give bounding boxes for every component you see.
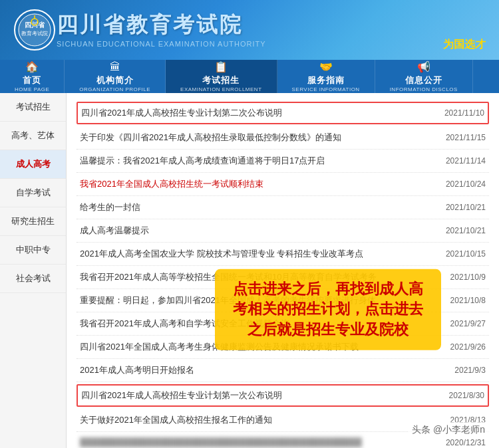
content-area: 四川省2021年成人高校招生专业计划第二次公布说明 2021/11/10 关于印… xyxy=(67,93,499,448)
news-date-0: 2021/11/10 xyxy=(444,108,484,118)
news-title-7: 我省召开2021年成人高等学校招生全国统一考试和10月高等教育自学考试考务 xyxy=(80,271,450,283)
news-title-3: 我省2021年全国成人高校招生统一考试顺利结束 xyxy=(80,178,446,190)
main-nav: 🏠 首页 HOME PAGE 🏛 机构简介 ORGANIZATION PROFI… xyxy=(0,60,499,93)
news-date-1: 2021/11/15 xyxy=(446,133,486,142)
news-title-9: 我省召开2021年成人高考和自学考试安全工作视频会议 xyxy=(80,318,450,330)
news-item-3[interactable]: 我省2021年全国成人高校招生统一考试顺利结束 2021/10/24 xyxy=(77,173,489,196)
news-title-1: 关于印发《四川省2021年成人高校招生录取最低控制分数线》的通知 xyxy=(80,132,446,144)
news-item-2[interactable]: 温馨提示：我省2021年成人高考成绩查询通道将于明日17点开启 2021/11/… xyxy=(77,150,489,173)
home-icon: 🏠 xyxy=(25,60,39,73)
news-date-7: 2021/10/9 xyxy=(450,273,486,282)
news-date-8: 2021/10/8 xyxy=(450,296,486,305)
news-date-9: 2021/9/27 xyxy=(450,319,486,328)
news-item-0[interactable]: 四川省2021年成人高校招生专业计划第二次公布说明 2021/11/10 xyxy=(77,102,489,124)
sidebar-item-yanjiusheng[interactable]: 研究生招生 xyxy=(0,207,66,236)
site-title-en: SICHUAN EDUCATIONAL EXAMINATION AUTHORIT… xyxy=(57,40,266,48)
nav-service[interactable]: 🤝 服务指南 SERVICE INFORMATION xyxy=(277,60,375,93)
nav-exam[interactable]: 📋 考试招生 EXAMINATION ENROLLMENT xyxy=(166,60,277,93)
org-icon: 🏛 xyxy=(110,61,120,73)
watermark: 头条 @小李老师n xyxy=(408,422,489,438)
sidebar: 考试招生 高考、艺体 成人高考 自学考试 研究生招生 中职中专 社会考试 xyxy=(0,93,67,448)
sidebar-item-kaoshi[interactable]: 考试招生 xyxy=(0,93,66,122)
header-titles: 四川省教育考试院 SICHUAN EDUCATIONAL EXAMINATION… xyxy=(57,12,266,47)
header-slogan: 为国选才 xyxy=(443,38,486,52)
news-item-4[interactable]: 给考生的一封信 2021/10/21 xyxy=(77,196,489,219)
svg-text:教育考试院: 教育考试院 xyxy=(21,31,48,37)
header: 四川省 教育考试院 四川省教育考试院 SICHUAN EDUCATIONAL E… xyxy=(0,0,499,60)
news-list: 四川省2021年成人高校招生专业计划第二次公布说明 2021/11/10 关于印… xyxy=(77,102,489,448)
nav-home[interactable]: 🏠 首页 HOME PAGE xyxy=(0,60,65,93)
news-date-3: 2021/10/24 xyxy=(446,179,486,189)
nav-info[interactable]: 📢 信息公开 INFORMATION DISCLOS xyxy=(375,60,473,93)
news-date-10: 2021/9/26 xyxy=(450,342,486,352)
news-title-5: 成人高考温馨提示 xyxy=(80,225,446,237)
news-item-12[interactable]: 四川省2021年成人高校招生专业计划第一次公布说明 2021/8/30 xyxy=(77,384,489,407)
site-title-cn: 四川省教育考试院 xyxy=(57,12,266,37)
news-title-2: 温馨提示：我省2021年成人高考成绩查询通道将于明日17点开启 xyxy=(80,155,446,167)
logo-icon: 四川省 教育考试院 xyxy=(13,9,57,52)
news-date-4: 2021/10/21 xyxy=(446,203,486,212)
nav-org[interactable]: 🏛 机构简介 ORGANIZATION PROFILE xyxy=(65,60,166,93)
sidebar-item-zixue[interactable]: 自学考试 xyxy=(0,179,66,207)
news-date-12: 2021/8/30 xyxy=(449,391,484,400)
news-title-13: 关于做好2021年全国成人高校招生报名工作的通知 xyxy=(80,414,450,426)
news-date-2: 2021/11/14 xyxy=(446,156,486,166)
news-date-5: 2021/10/21 xyxy=(446,226,486,235)
news-overlay-container: 四川省2021年成人高校招生专业计划第二次公布说明 2021/11/10 关于印… xyxy=(77,102,489,448)
news-date-6: 2021/10/15 xyxy=(446,249,486,259)
news-date-11: 2021/9/3 xyxy=(454,366,486,375)
news-item-9[interactable]: 我省召开2021年成人高考和自学考试安全工作视频会议 2021/9/27 xyxy=(77,312,489,336)
sidebar-item-chengren[interactable]: 成人高考 xyxy=(0,150,66,179)
news-title-10: 四川省2021年全国成人高考考生身体健康监测公告及健康情况承诺书下载 xyxy=(80,341,450,353)
sidebar-item-gaokao[interactable]: 高考、艺体 xyxy=(0,122,66,150)
service-icon: 🤝 xyxy=(319,60,333,73)
news-item-11[interactable]: 2021年成人高考明日开始报名 2021/9/3 xyxy=(77,359,489,382)
news-date-14: 2020/12/31 xyxy=(446,438,486,447)
news-title-14: ████████████████████████████████████████… xyxy=(80,437,446,447)
news-title-8: 重要提醒：明日起，参加四川省2021年全国成人高考的考生须按要求进行身体 xyxy=(80,294,450,306)
news-title-6: 2021年成人高考全国农业大学 院校技术与管理专业 专科招生专业改革考点 xyxy=(80,248,446,260)
news-item-10[interactable]: 四川省2021年全国成人高考考生身体健康监测公告及健康情况承诺书下载 2021/… xyxy=(77,336,489,359)
info-icon: 📢 xyxy=(417,60,430,73)
news-item-1[interactable]: 关于印发《四川省2021年成人高校招生录取最低控制分数线》的通知 2021/11… xyxy=(77,126,489,150)
main-content: 考试招生 高考、艺体 成人高考 自学考试 研究生招生 中职中专 社会考试 四川省… xyxy=(0,93,499,448)
sidebar-item-zhongzhi[interactable]: 中职中专 xyxy=(0,236,66,265)
news-item-5[interactable]: 成人高考温馨提示 2021/10/21 xyxy=(77,219,489,243)
exam-icon: 📋 xyxy=(214,60,228,73)
news-item-7[interactable]: 我省召开2021年成人高等学校招生全国统一考试和10月高等教育自学考试考务 20… xyxy=(77,266,489,289)
news-title-4: 给考生的一封信 xyxy=(80,201,446,213)
news-title-0: 四川省2021年成人高校招生专业计划第二次公布说明 xyxy=(81,107,444,119)
news-item-6[interactable]: 2021年成人高考全国农业大学 院校技术与管理专业 专科招生专业改革考点 202… xyxy=(77,243,489,266)
news-title-11: 2021年成人高考明日开始报名 xyxy=(80,364,454,376)
news-title-12: 四川省2021年成人高校招生专业计划第一次公布说明 xyxy=(81,390,449,401)
news-item-8[interactable]: 重要提醒：明日起，参加四川省2021年全国成人高考的考生须按要求进行身体 202… xyxy=(77,289,489,312)
sidebar-item-shehui[interactable]: 社会考试 xyxy=(0,265,66,293)
